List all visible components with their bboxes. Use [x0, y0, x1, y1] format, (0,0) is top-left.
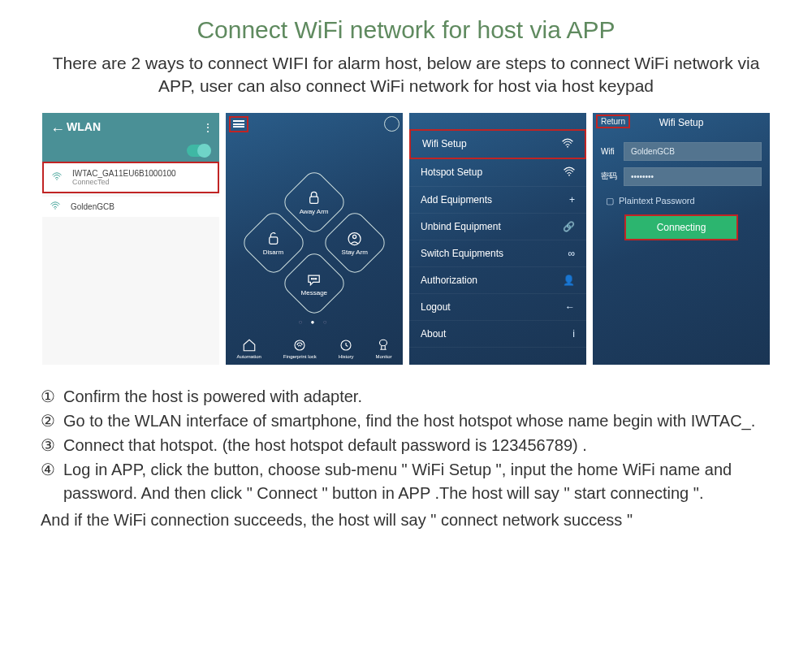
svg-rect-2 — [310, 197, 318, 203]
setup-row-label: Unbind Equipment — [421, 221, 501, 232]
phone-wifi-form: Return Wifi Setup Wifi GoldenGCB 密码 ••••… — [593, 113, 770, 365]
svg-rect-3 — [270, 237, 278, 244]
wifi-icon — [564, 167, 575, 179]
wifi-password-input[interactable]: •••••••• — [624, 167, 762, 186]
back-icon: ← — [565, 301, 575, 313]
svg-point-0 — [56, 179, 58, 180]
setup-row-logout[interactable]: Logout← — [409, 294, 586, 321]
wlan-header: ← WLAN ⋮ — [42, 113, 219, 162]
arm-diamond: Away Arm Disarm Stay Arm Message — [249, 178, 379, 308]
svg-point-11 — [380, 340, 387, 346]
setup-row-label: Wifi Setup — [422, 138, 467, 149]
nav-monitor[interactable]: Monitor — [375, 338, 391, 359]
info-icon: i — [572, 328, 575, 340]
plaintext-password-checkbox[interactable]: Plaintext Password — [601, 193, 762, 214]
return-button[interactable]: Return — [596, 115, 630, 128]
setup-row-label: About — [421, 328, 446, 340]
step-number-3: ③ — [41, 434, 55, 457]
svg-point-13 — [568, 174, 570, 175]
svg-point-7 — [313, 278, 314, 279]
wifi-network-row-golden[interactable]: GoldenGCB — [42, 197, 219, 217]
page-title: Connect WiFi network for host via APP — [41, 16, 771, 44]
wifi-name-input[interactable]: GoldenGCB — [624, 142, 762, 161]
link-icon: 🔗 — [563, 221, 575, 232]
nav-fingerprint[interactable]: Fingerprint lock — [283, 338, 317, 359]
user-icon: 👤 — [563, 275, 575, 286]
hamburger-menu-icon[interactable] — [229, 116, 248, 132]
away-arm-label: Away Arm — [300, 207, 329, 214]
plus-icon: + — [569, 194, 575, 206]
setup-row-add-equipments[interactable]: Add Equipments+ — [409, 187, 586, 214]
stay-arm-label: Stay Arm — [342, 248, 368, 255]
step-number-1: ① — [41, 385, 55, 409]
wifi-field-label: Wifi — [601, 147, 624, 156]
setup-row-label: Authorization — [421, 275, 477, 286]
setup-row-label: Hotspot Setup — [421, 167, 482, 178]
globe-icon[interactable] — [384, 116, 400, 132]
wifi-form-title: Wifi Setup — [659, 117, 704, 128]
connecting-button[interactable]: Connecting — [624, 214, 738, 240]
step-text-3: Connect that hotspot. (the host hotspot … — [63, 436, 587, 454]
svg-point-8 — [316, 278, 317, 279]
step-number-4: ④ — [41, 458, 55, 482]
phone-wlan: ← WLAN ⋮ IWTAC_GA11EU6B1000100 ConnecTed… — [42, 113, 219, 365]
nav-history[interactable]: History — [339, 338, 354, 359]
setup-row-about[interactable]: Abouti — [409, 321, 586, 348]
setup-row-label: Add Equipments — [421, 194, 492, 206]
instructions-block: ①Confirm the host is powered with adapte… — [41, 385, 771, 532]
network-name: IWTAC_GA11EU6B1000100 — [72, 169, 209, 178]
step-text-1: Confirm the host is powered with adapter… — [63, 387, 362, 405]
svg-point-6 — [312, 278, 313, 279]
setup-row-switch-equipments[interactable]: Switch Equipments∞ — [409, 240, 586, 267]
wifi-network-row-iwtac[interactable]: IWTAC_GA11EU6B1000100 ConnecTed — [42, 162, 219, 193]
bottom-nav: Automation Fingerprint lock History Moni… — [226, 332, 403, 365]
svg-point-1 — [54, 208, 56, 210]
phone-setup-list: Wifi SetupHotspot SetupAdd Equipments+Un… — [409, 113, 586, 365]
network-name: GoldenGCB — [71, 202, 211, 211]
password-field-label: 密码 — [601, 171, 624, 182]
wifi-icon — [562, 138, 573, 150]
setup-row-hotspot-setup[interactable]: Hotspot Setup — [409, 159, 586, 187]
wifi-icon — [50, 201, 60, 212]
wifi-toggle[interactable] — [187, 145, 211, 157]
phone-arm-menu: Away Arm Disarm Stay Arm Message ○ ● ○ — [226, 113, 403, 365]
disarm-label: Disarm — [263, 248, 283, 255]
message-label: Message — [301, 288, 327, 296]
setup-row-label: Logout — [421, 301, 451, 313]
back-arrow-icon[interactable]: ← — [50, 121, 65, 138]
nav-automation[interactable]: Automation — [236, 338, 261, 359]
wlan-title: WLAN — [67, 120, 101, 133]
step-text-2: Go to the WLAN interface of smartphone, … — [63, 412, 755, 430]
overflow-icon[interactable]: ⋮ — [202, 121, 213, 134]
step-number-2: ② — [41, 409, 55, 433]
setup-row-unbind-equipment[interactable]: Unbind Equipment🔗 — [409, 214, 586, 240]
page-indicator: ○ ● ○ — [226, 318, 403, 326]
svg-point-12 — [567, 145, 568, 147]
setup-row-label: Switch Equipments — [421, 248, 503, 259]
page-subtitle: There are 2 ways to connect WIFI for ala… — [41, 52, 771, 98]
step-text-4: Log in APP, click the button, choose sub… — [63, 461, 732, 502]
instructions-note: And if the WiFi connection succeeds, the… — [41, 508, 771, 532]
network-status: ConnecTed — [72, 178, 209, 186]
wifi-icon — [52, 171, 62, 183]
setup-row-wifi-setup[interactable]: Wifi Setup — [409, 129, 586, 159]
setup-row-authorization[interactable]: Authorization👤 — [409, 267, 586, 294]
svg-point-5 — [353, 235, 356, 238]
wifi-name-field-row: Wifi GoldenGCB — [601, 142, 762, 161]
infinity-icon: ∞ — [568, 248, 575, 259]
wifi-password-field-row: 密码 •••••••• — [601, 167, 762, 186]
wifi-form-header: Return Wifi Setup — [593, 113, 770, 132]
phone-screenshots-row: ← WLAN ⋮ IWTAC_GA11EU6B1000100 ConnecTed… — [41, 113, 771, 365]
